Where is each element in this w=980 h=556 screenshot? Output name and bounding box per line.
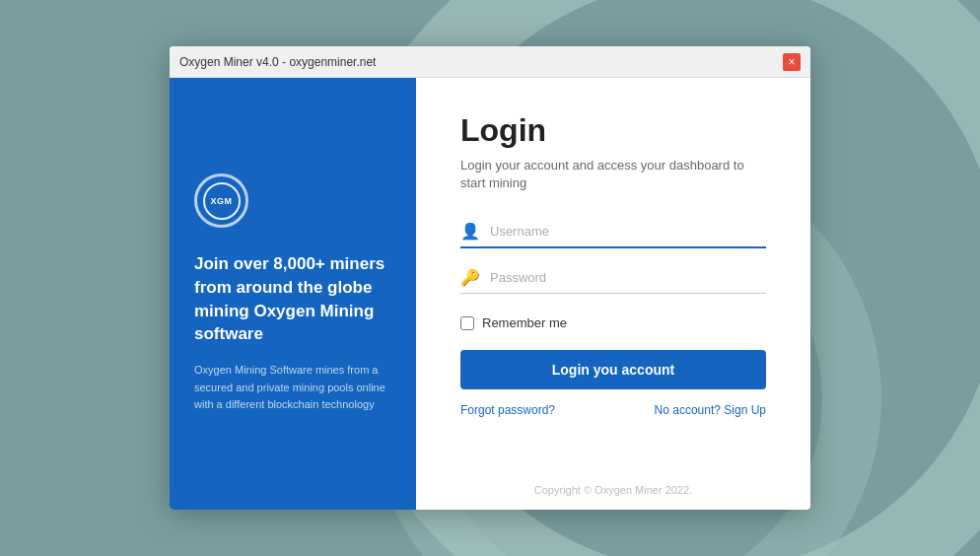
- copyright-text: Copyright © Oxygen Miner 2022.: [416, 484, 810, 496]
- right-panel: Login Login your account and access your…: [416, 78, 810, 510]
- window-title: Oxygen Miner v4.0 - oxygenminer.net: [179, 55, 376, 69]
- login-button[interactable]: Login you account: [460, 350, 766, 389]
- remember-me-label: Remember me: [482, 315, 567, 330]
- left-panel-description: Oxygen Mining Software mines from a secu…: [194, 362, 391, 414]
- username-input[interactable]: [490, 220, 766, 243]
- logo-inner: XGM: [203, 182, 241, 220]
- password-icon: 🔑: [460, 268, 480, 287]
- title-bar: Oxygen Miner v4.0 - oxygenminer.net ×: [170, 46, 810, 78]
- password-input[interactable]: [490, 266, 766, 289]
- remember-row: Remember me: [460, 315, 766, 330]
- logo-circle: XGM: [194, 174, 248, 228]
- password-input-group: 🔑: [460, 266, 766, 294]
- login-title: Login: [460, 112, 766, 149]
- forgot-password-link[interactable]: Forgot password?: [460, 403, 555, 417]
- logo-text: XGM: [210, 196, 232, 206]
- sign-up-link[interactable]: No account? Sign Up: [655, 403, 766, 417]
- left-panel: XGM Join over 8,000+ miners from around …: [170, 78, 416, 510]
- remember-me-checkbox[interactable]: [460, 316, 474, 330]
- window-body: XGM Join over 8,000+ miners from around …: [170, 78, 810, 510]
- user-icon: 👤: [460, 222, 480, 241]
- main-window: Oxygen Miner v4.0 - oxygenminer.net × XG…: [170, 46, 810, 510]
- close-button[interactable]: ×: [783, 53, 801, 71]
- username-input-group: 👤: [460, 220, 766, 248]
- login-subtitle: Login your account and access your dashb…: [460, 157, 766, 192]
- left-panel-heading: Join over 8,000+ miners from around the …: [194, 252, 391, 346]
- links-row: Forgot password? No account? Sign Up: [460, 403, 766, 417]
